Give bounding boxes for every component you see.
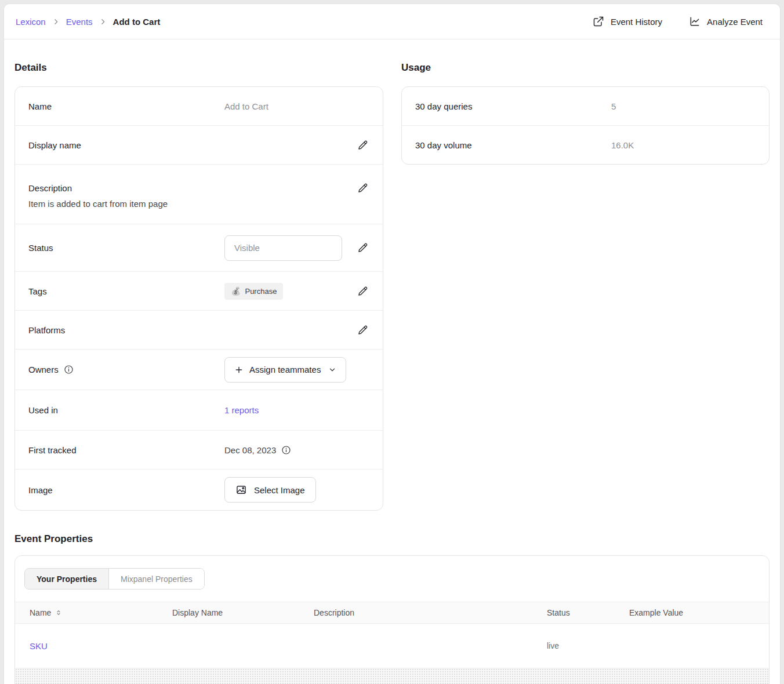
content-area: Details Name Add to Cart Display name — [4, 39, 780, 684]
name-label: Name — [28, 101, 224, 111]
properties-tab-group: Your Properties Mixpanel Properties — [24, 568, 205, 590]
select-image-button[interactable]: Select Image — [224, 477, 316, 503]
owners-label: Owners — [28, 365, 59, 374]
image-label: Image — [28, 485, 224, 495]
breadcrumb-current-event: Add to Cart — [113, 17, 161, 27]
assign-teammates-button[interactable]: Assign teammates — [224, 357, 346, 383]
property-row-scroll-percent[interactable]: Scroll % live — [15, 668, 769, 684]
info-icon[interactable] — [281, 445, 291, 455]
status-label: Status — [28, 243, 224, 253]
detail-row-tags: Tags 💰 Purchase — [15, 271, 383, 310]
event-history-label: Event History — [611, 17, 662, 27]
used-in-label: Used in — [28, 405, 224, 415]
platforms-label: Platforms — [28, 325, 224, 335]
used-in-reports-link[interactable]: 1 reports — [224, 405, 259, 415]
detail-row-name: Name Add to Cart — [15, 87, 383, 125]
page-background: Lexicon Events Add to Cart Event History — [0, 0, 784, 684]
detail-row-display-name: Display name — [15, 125, 383, 164]
usage-column: Usage 30 day queries 5 30 day volume 16.… — [401, 39, 770, 511]
column-header-display-name: Display Name — [172, 608, 314, 617]
detail-row-image: Image Select Image — [15, 469, 383, 510]
sort-icon[interactable] — [55, 609, 62, 616]
info-icon[interactable] — [64, 365, 74, 374]
tab-mixpanel-properties[interactable]: Mixpanel Properties — [108, 569, 204, 589]
external-link-icon — [593, 16, 604, 27]
detail-row-first-tracked: First tracked Dec 08, 2023 — [15, 430, 383, 469]
analyze-event-button[interactable]: Analyze Event — [689, 16, 763, 27]
column-header-description: Description — [314, 608, 547, 617]
edit-tags-pencil-icon[interactable] — [357, 285, 369, 297]
details-column: Details Name Add to Cart Display name — [14, 39, 383, 511]
detail-row-status: Status — [15, 224, 383, 271]
column-header-example-value: Example Value — [629, 608, 769, 617]
tags-label: Tags — [28, 286, 224, 296]
line-chart-icon — [689, 16, 700, 27]
image-icon — [235, 484, 247, 496]
edit-description-pencil-icon[interactable] — [357, 182, 369, 194]
status-input[interactable] — [224, 235, 342, 261]
tab-your-properties[interactable]: Your Properties — [25, 569, 108, 589]
money-bag-icon: 💰 — [231, 287, 241, 295]
breadcrumb-events[interactable]: Events — [66, 17, 93, 27]
description-label: Description — [28, 183, 224, 193]
detail-row-description: Description Item is added to cart from i… — [15, 164, 383, 224]
column-header-name[interactable]: Name — [30, 608, 51, 617]
usage-card: 30 day queries 5 30 day volume 16.0K — [401, 86, 770, 165]
chevron-down-icon — [328, 366, 336, 374]
analyze-event-label: Analyze Event — [707, 17, 763, 27]
property-status: live — [547, 641, 629, 650]
event-properties-card: Your Properties Mixpanel Properties Name… — [14, 555, 770, 684]
lexicon-event-detail-page: Lexicon Events Add to Cart Event History — [3, 3, 781, 684]
volume-label: 30 day volume — [415, 140, 611, 150]
tag-chip-label: Purchase — [245, 287, 277, 296]
details-title: Details — [14, 62, 383, 74]
event-properties-title: Event Properties — [14, 533, 770, 545]
edit-status-pencil-icon[interactable] — [357, 242, 369, 254]
tag-chip-purchase[interactable]: 💰 Purchase — [224, 283, 283, 300]
properties-table-header: Name Display Name Description Status Exa… — [15, 602, 769, 624]
event-history-button[interactable]: Event History — [593, 16, 662, 27]
detail-row-owners: Owners Assign teammates — [15, 349, 383, 390]
volume-value: 16.0K — [611, 140, 634, 150]
first-tracked-label: First tracked — [28, 445, 224, 455]
display-name-label: Display name — [28, 140, 224, 150]
usage-title: Usage — [401, 62, 770, 74]
detail-row-used-in: Used in 1 reports — [15, 390, 383, 430]
top-actions: Event History Analyze Event — [593, 16, 763, 27]
detail-row-platforms: Platforms — [15, 310, 383, 349]
column-header-status: Status — [547, 608, 629, 617]
usage-row-queries: 30 day queries 5 — [402, 87, 769, 125]
plus-icon — [234, 365, 244, 374]
breadcrumb-lexicon[interactable]: Lexicon — [16, 17, 46, 27]
first-tracked-value: Dec 08, 2023 — [224, 445, 276, 455]
chevron-right-icon — [99, 18, 107, 26]
property-row-sku[interactable]: SKU live — [15, 624, 769, 668]
select-image-label: Select Image — [254, 485, 305, 495]
details-card: Name Add to Cart Display name Descriptio… — [14, 86, 383, 511]
breadcrumb: Lexicon Events Add to Cart — [16, 17, 160, 27]
name-value: Add to Cart — [224, 101, 268, 111]
edit-platforms-pencil-icon[interactable] — [357, 324, 369, 336]
description-value: Item is added to cart from item page — [28, 199, 369, 209]
usage-row-volume: 30 day volume 16.0K — [402, 125, 769, 164]
queries-value: 5 — [611, 101, 616, 111]
queries-label: 30 day queries — [415, 101, 611, 111]
property-name-link[interactable]: SKU — [30, 641, 172, 651]
chevron-right-icon — [52, 18, 60, 26]
top-bar: Lexicon Events Add to Cart Event History — [4, 4, 780, 39]
assign-teammates-label: Assign teammates — [249, 365, 321, 374]
edit-display-name-pencil-icon[interactable] — [357, 139, 369, 151]
